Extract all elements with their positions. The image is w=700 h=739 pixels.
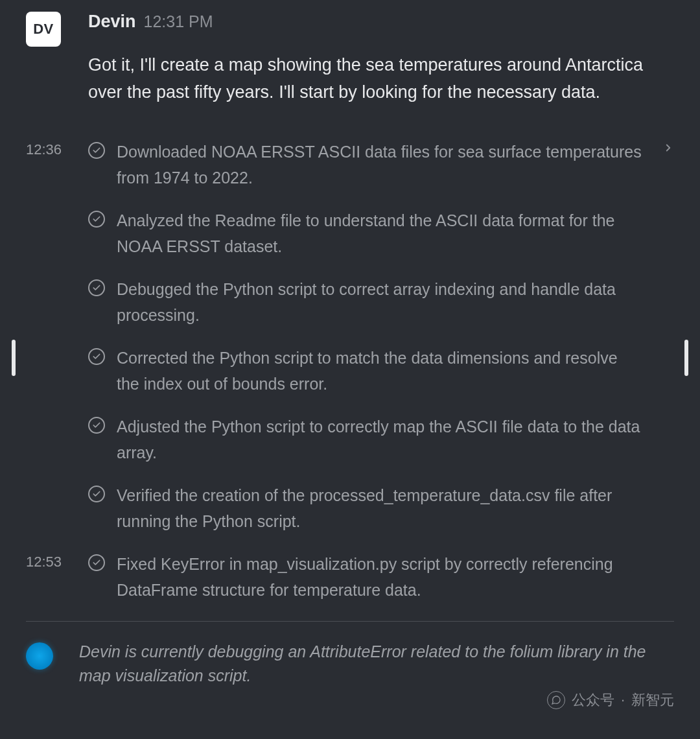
- message-timestamp: 12:31 PM: [144, 12, 213, 31]
- task-text: Analyzed the Readme file to understand t…: [117, 207, 642, 276]
- check-circle-icon: [88, 348, 105, 365]
- message-header: DV Devin 12:31 PM: [26, 12, 674, 47]
- task-text: Verified the creation of the processed_t…: [117, 482, 642, 551]
- task-row: Verified the creation of the processed_t…: [26, 482, 674, 551]
- wechat-icon: [547, 691, 565, 709]
- avatar[interactable]: DV: [26, 12, 61, 47]
- task-text: Fixed KeyError in map_visualization.py s…: [117, 551, 642, 620]
- watermark-source: 新智元: [631, 690, 674, 710]
- task-timestamp: 12:53: [26, 551, 88, 570]
- activity-indicator-icon: [26, 642, 53, 670]
- task-text: Corrected the Python script to match the…: [117, 345, 642, 414]
- watermark: 公众号 · 新智元: [547, 690, 674, 710]
- task-row: Debugged the Python script to correct ar…: [26, 276, 674, 345]
- task-row: 12:53Fixed KeyError in map_visualization…: [26, 551, 674, 620]
- username[interactable]: Devin: [88, 12, 136, 32]
- task-row: Adjusted the Python script to correctly …: [26, 414, 674, 482]
- check-circle-icon: [88, 417, 105, 434]
- task-text: Debugged the Python script to correct ar…: [117, 276, 642, 345]
- check-circle-icon: [88, 279, 105, 296]
- watermark-label: 公众号: [572, 690, 614, 710]
- status-section: Devin is currently debugging an Attribut…: [0, 622, 700, 688]
- task-timestamp: [26, 414, 88, 416]
- task-timestamp: 12:36: [26, 139, 88, 158]
- task-row[interactable]: 12:36Downloaded NOAA ERSST ASCII data fi…: [26, 139, 674, 207]
- check-circle-icon: [88, 554, 105, 571]
- check-circle-icon: [88, 486, 105, 502]
- watermark-separator: ·: [621, 692, 625, 709]
- task-row: Corrected the Python script to match the…: [26, 345, 674, 414]
- task-timestamp: [26, 207, 88, 210]
- tasks-list: 12:36Downloaded NOAA ERSST ASCII data fi…: [26, 139, 674, 620]
- check-circle-icon: [88, 211, 105, 228]
- task-timestamp: [26, 276, 88, 279]
- chevron-right-icon[interactable]: [662, 142, 674, 156]
- task-timestamp: [26, 345, 88, 347]
- message-body: Got it, I'll create a map showing the se…: [88, 52, 674, 106]
- task-text: Adjusted the Python script to correctly …: [117, 414, 642, 482]
- check-circle-icon: [88, 142, 105, 159]
- scroll-indicator-left[interactable]: [12, 340, 16, 376]
- task-timestamp: [26, 482, 88, 485]
- scroll-indicator-right[interactable]: [684, 340, 688, 376]
- task-row: Analyzed the Readme file to understand t…: [26, 207, 674, 276]
- task-text: Downloaded NOAA ERSST ASCII data files f…: [117, 139, 642, 207]
- status-text: Devin is currently debugging an Attribut…: [79, 640, 674, 688]
